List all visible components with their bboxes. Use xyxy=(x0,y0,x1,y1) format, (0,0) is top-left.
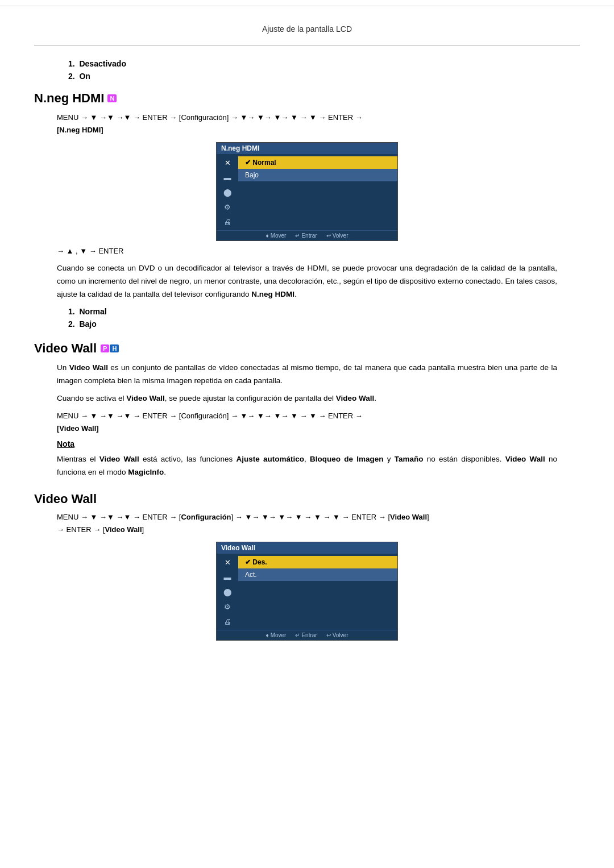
footer-move: ♦ Mover xyxy=(266,232,287,239)
note-label: Nota xyxy=(57,439,557,448)
vw2-move-icon: ♦ xyxy=(266,632,269,638)
page-container: Ajuste de la pantalla LCD 1. Desactivado… xyxy=(0,6,614,868)
vw2-item-empty3 xyxy=(238,606,397,618)
list-item-1: 1. Desactivado xyxy=(68,59,580,68)
footer-enter: ↵ Entrar xyxy=(295,232,317,239)
nneg-menu-path: MENU → ▼ →▼ →▼ → ENTER → [Configuración]… xyxy=(57,111,580,136)
nneg-screen-content: ✔ Normal Bajo xyxy=(238,154,397,230)
videowall-badges: P H xyxy=(101,344,119,352)
vw2-screen-content: ✔ Des. Act. xyxy=(238,554,397,630)
sidebar-icon-0: ✕ xyxy=(221,157,234,168)
page-header: Ajuste de la pantalla LCD xyxy=(34,18,580,45)
sidebar-icon-1: ▬ xyxy=(221,172,234,182)
vw2-sidebar-icon-3: ⚙ xyxy=(221,601,234,612)
vw-menu-line2: [Video Wall] xyxy=(57,424,99,433)
item-label-1: Desactivado xyxy=(79,59,126,68)
vw2-footer-move: ♦ Mover xyxy=(266,632,287,638)
vw-body1-text: Un Video Wall es un conjunto de pantalla… xyxy=(57,363,557,385)
footer-back: ↩ Volver xyxy=(326,232,349,239)
note-content: Mientras el Video Wall está activo, las … xyxy=(57,455,557,476)
vw2-sidebar-icon-1: ▬ xyxy=(221,572,234,582)
vw2-title: Video Wall xyxy=(34,492,97,506)
nneg-item-normal[interactable]: ✔ Normal xyxy=(238,156,397,169)
nneg-hdmi-title: N.neg HDMI xyxy=(34,91,104,106)
nav-hint-text: → ▲ , ▼ → ENTER xyxy=(57,247,123,255)
item-label-2: On xyxy=(79,72,90,81)
vw2-item-empty1 xyxy=(238,581,397,593)
nneg-item-empty1 xyxy=(238,181,397,194)
vw2-screen-sidebar: ✕ ▬ ⬤ ⚙ 🖨 xyxy=(217,554,238,630)
vw-body2-text: Cuando se activa el Video Wall, se puede… xyxy=(57,394,376,402)
videowall2-heading: Video Wall xyxy=(34,492,580,506)
videowall-heading: Video Wall P H xyxy=(34,341,580,356)
sidebar-icon-3: ⚙ xyxy=(221,202,234,212)
nneg-body-content: Cuando se conecta un DVD o un decodifica… xyxy=(57,264,557,298)
move-icon: ♦ xyxy=(266,232,269,239)
vw2-menu-text: MENU → ▼ →▼ →▼ → ENTER → [Configuración]… xyxy=(57,513,429,534)
vw2-back-icon: ↩ xyxy=(326,632,331,638)
nneg-item-lbl-2: Bajo xyxy=(79,319,96,329)
nneg-list-item-1: 1. Normal xyxy=(68,307,580,316)
vw2-footer-back: ↩ Volver xyxy=(326,632,349,638)
nneg-screen-container: N.neg HDMI ✕ ▬ ⬤ ⚙ 🖨 ✔ Normal Bajo xyxy=(216,142,398,241)
vw2-enter-label: Entrar xyxy=(301,632,317,638)
vw2-menu-path: MENU → ▼ →▼ →▼ → ENTER → [Configuración]… xyxy=(57,511,580,536)
vw2-sidebar-icon-2: ⬤ xyxy=(221,587,234,597)
vw-menu-line1: MENU → ▼ →▼ →▼ → ENTER → [Configuración]… xyxy=(57,412,363,420)
nneg-body-text: Cuando se conecta un DVD o un decodifica… xyxy=(57,262,557,301)
nneg-bold-text: N.neg HDMI xyxy=(251,290,294,298)
vw2-screen-title: Video Wall xyxy=(217,542,397,554)
vw2-item-empty2 xyxy=(238,593,397,606)
back-icon: ↩ xyxy=(326,232,331,239)
vw-menu-path: MENU → ▼ →▼ →▼ → ENTER → [Configuración]… xyxy=(57,410,580,435)
nneg-screen-sidebar: ✕ ▬ ⬤ ⚙ 🖨 xyxy=(217,154,238,230)
vw2-screen-footer: ♦ Mover ↵ Entrar ↩ Volver xyxy=(217,630,397,640)
vw2-enter-icon: ↵ xyxy=(295,632,300,638)
sidebar-icon-2: ⬤ xyxy=(221,187,234,197)
enter-icon: ↵ xyxy=(295,232,300,239)
nneg-screen: N.neg HDMI ✕ ▬ ⬤ ⚙ 🖨 ✔ Normal Bajo xyxy=(216,142,398,241)
vw2-item-act[interactable]: Act. xyxy=(238,568,397,581)
page-title: Ajuste de la pantalla LCD xyxy=(262,24,352,34)
nneg-hdmi-badge: N xyxy=(107,94,117,102)
nneg-nav-hint: → ▲ , ▼ → ENTER xyxy=(57,247,580,255)
vw2-sidebar-icon-0: ✕ xyxy=(221,557,234,567)
vw2-screen: Video Wall ✕ ▬ ⬤ ⚙ 🖨 ✔ Des. Act. xyxy=(216,542,398,641)
nneg-screen-body: ✕ ▬ ⬤ ⚙ 🖨 ✔ Normal Bajo xyxy=(217,154,397,230)
nneg-item-empty3 xyxy=(238,206,397,219)
vw2-back-label: Volver xyxy=(333,632,349,638)
sidebar-icon-4: 🖨 xyxy=(221,217,234,227)
nneg-item-num-1: 1. xyxy=(68,307,75,316)
back-label: Volver xyxy=(333,232,349,239)
nneg-item-lbl-1: Normal xyxy=(79,307,106,316)
videowall-body2: Cuando se activa el Video Wall, se puede… xyxy=(57,392,557,405)
enter-label: Entrar xyxy=(301,232,317,239)
move-label: Mover xyxy=(271,232,287,239)
badge-p: P xyxy=(101,344,109,352)
vw2-screen-body: ✕ ▬ ⬤ ⚙ 🖨 ✔ Des. Act. xyxy=(217,554,397,630)
list-item-2: 2. On xyxy=(68,72,580,81)
videowall-title: Video Wall xyxy=(34,341,97,356)
vw2-footer-enter: ↵ Entrar xyxy=(295,632,317,638)
nneg-screen-title: N.neg HDMI xyxy=(217,143,397,154)
vw2-sidebar-icon-4: 🖨 xyxy=(221,616,234,626)
vw2-item-des[interactable]: ✔ Des. xyxy=(238,556,397,568)
note-text: Mientras el Video Wall está activo, las … xyxy=(57,453,557,479)
vw2-move-label: Mover xyxy=(271,632,287,638)
nneg-menu-path-line2: [N.neg HDMI] xyxy=(57,126,103,134)
videowall-body1: Un Video Wall es un conjunto de pantalla… xyxy=(57,362,557,388)
nneg-item-num-2: 2. xyxy=(68,319,75,329)
vw2-screen-container: Video Wall ✕ ▬ ⬤ ⚙ 🖨 ✔ Des. Act. xyxy=(216,542,398,641)
nneg-item-empty2 xyxy=(238,194,397,206)
nneg-screen-footer: ♦ Mover ↵ Entrar ↩ Volver xyxy=(217,230,397,240)
nneg-menu-path-line1: MENU → ▼ →▼ →▼ → ENTER → [Configuración]… xyxy=(57,113,363,122)
badge-h: H xyxy=(110,344,119,352)
item-number-1: 1. xyxy=(68,59,75,68)
nneg-item-bajo[interactable]: Bajo xyxy=(238,169,397,181)
nneg-hdmi-heading: N.neg HDMI N xyxy=(34,91,580,106)
nneg-list-item-2: 2. Bajo xyxy=(68,319,580,329)
item-number-2: 2. xyxy=(68,72,75,81)
